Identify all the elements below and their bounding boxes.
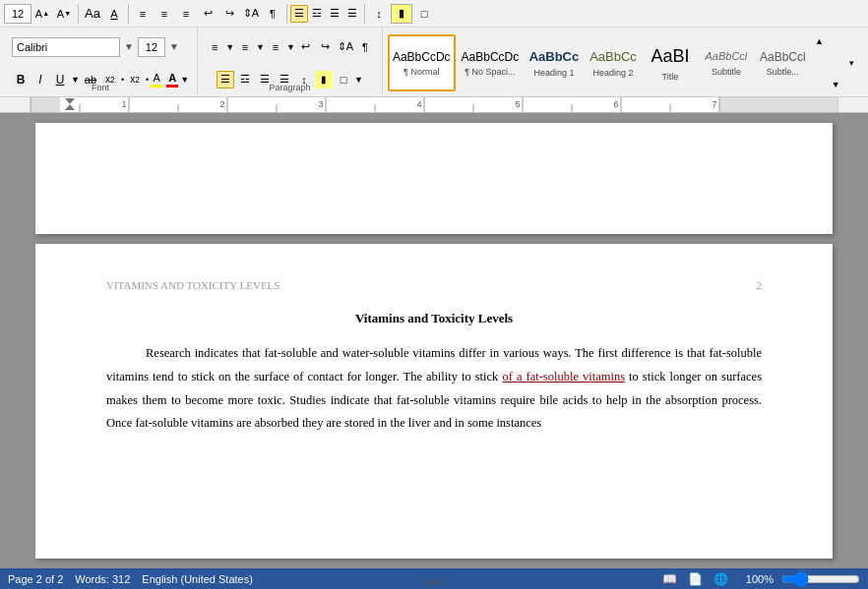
font-size-dropdown[interactable]: ▼ — [169, 41, 179, 52]
style-no-spacing[interactable]: AaBbCcDc ¶ No Spaci... — [458, 34, 524, 91]
font-size-input[interactable] — [4, 4, 31, 24]
style-heading2-preview: AaBbCc — [589, 48, 637, 66]
svg-text:1: 1 — [121, 99, 126, 109]
decrease-indent-btn[interactable]: ↩ — [198, 4, 217, 24]
sep3 — [286, 4, 287, 24]
doc-link[interactable]: of a fat-soluble vitamins — [502, 370, 625, 383]
style-no-spacing-preview: AaBbCcDc — [462, 49, 520, 66]
sep2 — [128, 4, 129, 24]
style-normal-label: ¶ Normal — [403, 67, 439, 77]
para-show-marks-btn[interactable]: ¶ — [356, 38, 374, 56]
svg-text:2: 2 — [219, 99, 224, 109]
font-group: ▼ ▼ B I U ▼ ab x2 • x2 • A A — [4, 28, 198, 94]
document-area: VITAMINS AND TOXICITY LEVELS 2 Vitamins … — [0, 113, 868, 568]
running-head: VITAMINS AND TOXICITY LEVELS — [106, 279, 279, 291]
para-bullets-btn[interactable]: ≡ — [206, 38, 223, 56]
style-title[interactable]: AaBI Title — [643, 34, 697, 91]
styles-scroll-up-btn[interactable]: ▲ — [812, 32, 827, 50]
svg-text:4: 4 — [416, 99, 421, 109]
sort-btn[interactable]: ⇕A — [241, 4, 261, 24]
shading-btn[interactable]: ▮ — [391, 4, 412, 24]
show-marks-btn[interactable]: ¶ — [263, 4, 282, 24]
doc-title: Vitamins and Toxicity Levels — [106, 311, 762, 326]
multilevel-btn[interactable]: ≡ — [176, 4, 196, 24]
svg-text:5: 5 — [515, 99, 520, 109]
line-spacing-btn[interactable]: ↕ — [369, 4, 389, 24]
toolbar-row: A▲ A▼ Aa A ≡ ≡ ≡ ↩ ↪ ⇕A ¶ ☰ ☲ ☰ ☰ ↕ ▮ □ — [0, 0, 868, 28]
increase-font-btn[interactable]: A▲ — [32, 4, 52, 24]
doc-paragraph-1: Research indicates that fat-soluble and … — [106, 342, 762, 436]
borders-btn[interactable]: □ — [414, 4, 434, 24]
style-normal[interactable]: AaBbCcDc ¶ Normal — [388, 34, 456, 91]
style-heading1-preview: AaBbCc — [529, 48, 580, 66]
page-1 — [35, 123, 833, 234]
numbering-dropdown[interactable]: ▼ — [256, 42, 265, 52]
svg-text:3: 3 — [318, 99, 323, 109]
styles-group: AaBbCcDc ¶ Normal AaBbCcDc ¶ No Spaci...… — [383, 28, 864, 94]
page-2: VITAMINS AND TOXICITY LEVELS 2 Vitamins … — [35, 244, 833, 559]
align-right-btn[interactable]: ☰ — [326, 5, 343, 23]
font-theme-btn[interactable]: Aa — [83, 4, 102, 24]
para-multilevel-btn[interactable]: ≡ — [267, 38, 284, 56]
style-title-label: Title — [662, 72, 679, 82]
style-subtitle-label: Subtitle — [712, 67, 741, 77]
font-name-input[interactable] — [12, 37, 120, 57]
increase-indent-btn[interactable]: ↪ — [219, 4, 239, 24]
ribbon-main: ▼ ▼ B I U ▼ ab x2 • x2 • A A — [0, 28, 868, 96]
paragraph-group-label: Paragraph — [198, 83, 382, 92]
para-increase-indent-btn[interactable]: ↪ — [317, 38, 335, 56]
svg-rect-1 — [31, 97, 60, 112]
doc-body: Research indicates that fat-soluble and … — [106, 342, 762, 436]
para-sort-btn[interactable]: ⇕A — [337, 38, 354, 56]
style-heading2[interactable]: AaBbCc Heading 2 — [586, 34, 642, 91]
para-decrease-indent-btn[interactable]: ↩ — [297, 38, 315, 56]
paragraph-group: ≡ ▼ ≡ ▼ ≡ ▼ ↩ ↪ ⇕A ¶ ☰ ☲ ☰ ☰ ↕ ▮ □ ▼ — [198, 28, 383, 94]
style-normal-preview: AaBbCcDc — [393, 49, 451, 66]
style-title-preview: AaBI — [651, 44, 689, 69]
svg-text:7: 7 — [712, 99, 716, 109]
sep1 — [78, 4, 79, 24]
bullets-btn[interactable]: ≡ — [133, 4, 153, 24]
style-subtle-preview: AaBbCcl — [760, 49, 806, 66]
styles-more-btn[interactable]: ▾ — [844, 54, 859, 72]
style-heading1-label: Heading 1 — [533, 68, 574, 78]
ruler-inner: 1 2 3 4 5 6 7 — [30, 97, 838, 112]
style-subtitle-preview: AaBbCcl — [706, 49, 748, 64]
justify-btn[interactable]: ☰ — [343, 5, 361, 23]
decrease-font-btn[interactable]: A▼ — [54, 4, 74, 24]
style-subtle-label: Subtle... — [767, 67, 799, 77]
svg-text:6: 6 — [613, 99, 618, 109]
style-subtitle[interactable]: AaBbCcl Subtitle — [699, 34, 753, 91]
style-heading2-label: Heading 2 — [592, 68, 633, 78]
font-size-input2[interactable] — [138, 37, 165, 57]
align-left-btn[interactable]: ☰ — [290, 5, 308, 23]
svg-rect-2 — [719, 97, 837, 112]
numbering-btn[interactable]: ≡ — [155, 4, 174, 24]
page-number: 2 — [757, 279, 763, 291]
styles-scroll-down-btn[interactable]: ▼ — [829, 76, 843, 93]
font-name-dropdown[interactable]: ▼ — [124, 41, 134, 52]
font-group-label: Font — [4, 83, 197, 92]
style-heading1[interactable]: AaBbCc Heading 1 — [525, 34, 583, 91]
ruler: 1 2 3 4 5 6 7 — [0, 97, 868, 113]
para-numbering-btn[interactable]: ≡ — [236, 38, 254, 56]
style-no-spacing-label: ¶ No Spaci... — [465, 67, 515, 77]
align-center-btn[interactable]: ☲ — [308, 5, 326, 23]
bullets-dropdown[interactable]: ▼ — [225, 42, 234, 52]
sep4 — [364, 4, 365, 24]
page-header: VITAMINS AND TOXICITY LEVELS 2 — [106, 279, 762, 291]
style-subtle[interactable]: AaBbCcl Subtle... — [755, 34, 810, 91]
multilevel-dropdown[interactable]: ▼ — [286, 42, 295, 52]
clear-format-btn[interactable]: A — [104, 4, 124, 24]
ruler-ticks: 1 2 3 4 5 6 7 — [31, 97, 837, 112]
